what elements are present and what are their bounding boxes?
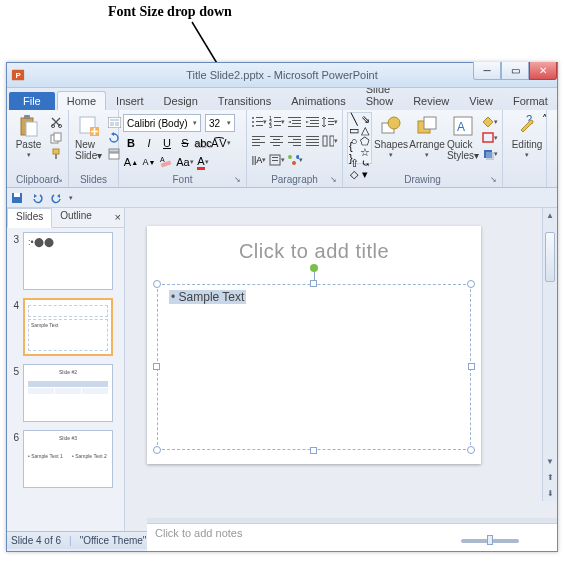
align-text-icon[interactable]: ▾ bbox=[269, 152, 285, 168]
thumbnail-3[interactable]: 3:•⬤⬤ bbox=[9, 232, 122, 290]
resize-handle-se[interactable] bbox=[467, 446, 475, 454]
tab-transitions[interactable]: Transitions bbox=[208, 91, 281, 110]
shape-fill-icon[interactable]: ▾ bbox=[482, 115, 498, 129]
new-slide-button[interactable]: NewSlide▾ bbox=[73, 112, 104, 163]
strike-icon[interactable]: S bbox=[177, 135, 193, 151]
next-slide-icon[interactable]: ⬇ bbox=[543, 486, 557, 501]
font-name-combo[interactable]: Calibri (Body)▾ bbox=[123, 114, 201, 132]
resize-handle-s[interactable] bbox=[310, 447, 317, 454]
slide-editor[interactable]: Click to add title Sample Text ▲ bbox=[125, 208, 557, 531]
columns-icon[interactable]: ▾ bbox=[322, 133, 338, 149]
qat-customize-icon[interactable]: ▾ bbox=[69, 194, 73, 202]
char-spacing-icon[interactable]: A͡V▾ bbox=[213, 135, 229, 151]
smartart-icon[interactable]: ▾ bbox=[287, 152, 303, 168]
tab-review[interactable]: Review bbox=[403, 91, 459, 110]
tab-slides-thumbnails[interactable]: Slides bbox=[7, 208, 52, 228]
format-painter-icon[interactable] bbox=[48, 147, 64, 161]
close-button[interactable]: ✕ bbox=[529, 62, 557, 80]
minimize-button[interactable]: ─ bbox=[473, 62, 501, 80]
change-case-icon[interactable]: Aa▾ bbox=[177, 154, 193, 170]
svg-rect-55 bbox=[270, 142, 283, 143]
notes-pane[interactable]: Click to add notes bbox=[147, 523, 557, 551]
font-launcher[interactable]: ↘ bbox=[234, 175, 244, 185]
editing-button[interactable]: Editing▾ bbox=[507, 112, 547, 161]
tab-format[interactable]: Format bbox=[503, 91, 558, 110]
copy-icon[interactable] bbox=[48, 131, 64, 145]
resize-handle-ne[interactable] bbox=[467, 280, 475, 288]
prev-slide-icon[interactable]: ⬆ bbox=[543, 470, 557, 485]
shrink-font-icon[interactable]: A▼ bbox=[141, 154, 157, 170]
svg-point-74 bbox=[388, 117, 400, 129]
svg-marker-19 bbox=[111, 132, 114, 136]
scroll-up-icon[interactable]: ▲ bbox=[543, 208, 557, 223]
clipboard-launcher[interactable]: ↘ bbox=[56, 175, 66, 185]
scroll-down-icon[interactable]: ▼ bbox=[543, 454, 557, 469]
thumbnail-4[interactable]: 4Sample Text bbox=[9, 298, 122, 356]
cut-icon[interactable] bbox=[48, 115, 64, 129]
svg-rect-5 bbox=[24, 115, 30, 119]
save-icon[interactable] bbox=[9, 191, 25, 205]
resize-handle-sw[interactable] bbox=[153, 446, 161, 454]
shadow-icon[interactable]: abc bbox=[195, 135, 211, 151]
vertical-scrollbar[interactable]: ▲ ▼ ⬆ ⬇ bbox=[542, 208, 557, 501]
resize-handle-e[interactable] bbox=[468, 363, 475, 370]
shapes-button[interactable]: Shapes▾ bbox=[374, 112, 408, 161]
maximize-button[interactable]: ▭ bbox=[501, 62, 529, 80]
increase-indent-icon[interactable] bbox=[305, 114, 321, 130]
svg-rect-64 bbox=[306, 145, 319, 146]
file-tab[interactable]: File bbox=[9, 92, 55, 110]
justify-icon[interactable] bbox=[304, 133, 320, 149]
scroll-thumb[interactable] bbox=[545, 232, 555, 282]
align-center-icon[interactable] bbox=[269, 133, 285, 149]
tab-home[interactable]: Home bbox=[57, 91, 106, 110]
italic-icon[interactable]: I bbox=[141, 135, 157, 151]
font-size-combo[interactable]: 32▾ bbox=[205, 114, 235, 132]
arrange-button[interactable]: Arrange▾ bbox=[410, 112, 444, 161]
tab-animations[interactable]: Animations bbox=[281, 91, 355, 110]
grow-font-icon[interactable]: A▲ bbox=[123, 154, 139, 170]
tab-view[interactable]: View bbox=[459, 91, 503, 110]
resize-handle-w[interactable] bbox=[153, 363, 160, 370]
shape-outline-icon[interactable]: ▾ bbox=[482, 131, 498, 145]
tab-design[interactable]: Design bbox=[154, 91, 208, 110]
align-right-icon[interactable] bbox=[287, 133, 303, 149]
tab-outline[interactable]: Outline bbox=[52, 208, 100, 227]
svg-rect-57 bbox=[288, 136, 301, 137]
thumbnail-6[interactable]: 6Slide #3• Sample Text 1• Sample Text 2 bbox=[9, 430, 122, 488]
undo-icon[interactable] bbox=[29, 191, 45, 205]
svg-rect-37 bbox=[292, 120, 301, 121]
font-color-icon[interactable]: A▾ bbox=[195, 154, 211, 170]
line-spacing-icon[interactable]: ▾ bbox=[322, 114, 338, 130]
svg-rect-79 bbox=[483, 133, 493, 142]
clear-format-icon[interactable]: A bbox=[159, 154, 175, 170]
resize-handle-n[interactable] bbox=[310, 280, 317, 287]
paragraph-launcher[interactable]: ↘ bbox=[330, 175, 340, 185]
close-panel-icon[interactable]: × bbox=[115, 211, 121, 223]
numbering-icon[interactable]: 123▾ bbox=[269, 114, 285, 130]
bold-icon[interactable]: B bbox=[123, 135, 139, 151]
svg-rect-39 bbox=[288, 126, 301, 127]
drawing-launcher[interactable]: ↘ bbox=[490, 175, 500, 185]
resize-handle-nw[interactable] bbox=[153, 280, 161, 288]
shape-effects-icon[interactable]: ▾ bbox=[482, 147, 498, 161]
shape-gallery[interactable]: ╲⇘▭△ ○⬠{ }☆ ⇧⤿◇▾ bbox=[347, 112, 372, 164]
text-direction-icon[interactable]: ||A▾ bbox=[251, 152, 267, 168]
underline-icon[interactable]: U bbox=[159, 135, 175, 151]
paste-button[interactable]: Paste▾ bbox=[11, 112, 46, 161]
zoom-slider[interactable] bbox=[461, 539, 519, 543]
quick-styles-button[interactable]: AQuickStyles▾ bbox=[446, 112, 480, 163]
redo-icon[interactable] bbox=[49, 191, 65, 205]
group-slides: NewSlide▾ Slides bbox=[69, 110, 119, 187]
slide-canvas[interactable]: Click to add title Sample Text bbox=[147, 226, 481, 464]
decrease-indent-icon[interactable] bbox=[287, 114, 303, 130]
selected-sample-text[interactable]: Sample Text bbox=[169, 290, 246, 304]
tab-insert[interactable]: Insert bbox=[106, 91, 154, 110]
rotate-handle[interactable] bbox=[310, 264, 318, 272]
bullets-icon[interactable]: ▾ bbox=[251, 114, 267, 130]
thumbnail-5[interactable]: 5Slide #2 bbox=[9, 364, 122, 422]
thumbnail-list[interactable]: 3:•⬤⬤ 4Sample Text 5Slide #2 6Slide #3• … bbox=[7, 228, 124, 531]
svg-rect-61 bbox=[306, 136, 319, 137]
svg-point-72 bbox=[292, 161, 296, 165]
align-left-icon[interactable] bbox=[251, 133, 267, 149]
svg-rect-12 bbox=[55, 154, 57, 159]
